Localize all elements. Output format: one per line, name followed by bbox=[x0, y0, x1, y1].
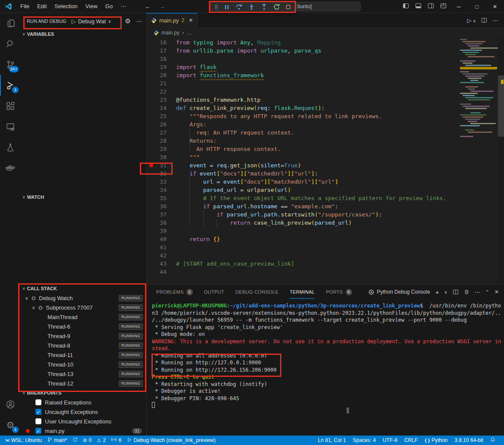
sidebar-item-docker[interactable] bbox=[0, 158, 21, 179]
breakpoint-gutter[interactable] bbox=[147, 169, 155, 178]
views-more-icon[interactable]: ⋯ bbox=[136, 18, 142, 25]
panel-tab-output[interactable]: OUTPUT bbox=[204, 285, 224, 299]
status-bell[interactable] bbox=[487, 436, 499, 445]
line-number[interactable]: 19 bbox=[155, 63, 167, 71]
breakpoint-gutter[interactable] bbox=[147, 251, 155, 260]
code-line[interactable]: 18 bbox=[147, 55, 504, 63]
sidebar-item-run-and-debug[interactable]: 1 bbox=[0, 75, 21, 96]
line-number[interactable]: 37 bbox=[155, 210, 167, 219]
call-stack-row[interactable]: Thread-10RUNNING bbox=[21, 360, 146, 369]
breadcrumb-tail[interactable]: … bbox=[186, 30, 192, 36]
breakpoint-gutter[interactable] bbox=[147, 219, 155, 227]
code-line[interactable]: 23@functions_framework.http bbox=[147, 96, 504, 104]
breakpoint-gutter[interactable] bbox=[147, 71, 155, 79]
line-number[interactable]: 27 bbox=[155, 128, 167, 137]
breakpoint-gutter[interactable] bbox=[147, 96, 155, 104]
panel-tab-terminal[interactable]: TERMINAL bbox=[290, 285, 315, 299]
code-line[interactable]: 22 bbox=[147, 88, 504, 96]
line-number[interactable]: 28 bbox=[155, 137, 167, 145]
breakpoint-gutter[interactable] bbox=[147, 243, 155, 251]
code-line[interactable]: 38 return case_link_preview(parsed_url) bbox=[147, 219, 504, 227]
sidebar-item-source-control[interactable]: 1K+ bbox=[0, 54, 21, 75]
call-stack-row[interactable]: Thread-6RUNNING bbox=[21, 322, 146, 331]
breakpoint-gutter[interactable] bbox=[147, 145, 155, 153]
forward-icon[interactable]: → bbox=[159, 3, 165, 10]
breakpoint-gutter[interactable] bbox=[147, 104, 155, 112]
tab-close-icon[interactable]: ✕ bbox=[189, 17, 193, 23]
status-debug[interactable]: Debug Watch (create_link_preview) bbox=[124, 436, 218, 445]
drag-handle-icon[interactable] bbox=[215, 4, 218, 9]
breakpoint-gutter[interactable] bbox=[147, 260, 155, 268]
line-number[interactable]: 39 bbox=[155, 227, 167, 235]
call-stack-row[interactable]: Thread-12RUNNING bbox=[21, 379, 146, 388]
editor-more-icon[interactable]: ⋯ bbox=[492, 17, 498, 24]
line-number[interactable]: 42 bbox=[155, 251, 167, 260]
split-terminal-icon[interactable] bbox=[453, 289, 459, 295]
breakpoint-checkbox[interactable] bbox=[35, 418, 41, 424]
minimize-icon[interactable]: ─ bbox=[450, 3, 468, 10]
line-number[interactable]: 22 bbox=[155, 88, 167, 96]
settings-button[interactable]: ⚙ 1 bbox=[0, 415, 21, 436]
breakpoint-gutter[interactable] bbox=[147, 38, 155, 47]
line-number[interactable]: 36 bbox=[155, 202, 167, 210]
section-variables[interactable]: ∨ VARIABLES bbox=[21, 29, 146, 39]
code-line[interactable]: 30 """ bbox=[147, 153, 504, 161]
step-into-icon[interactable] bbox=[248, 3, 255, 10]
status-error[interactable]: ⊘0 bbox=[80, 436, 94, 445]
menu-go[interactable]: Go bbox=[101, 0, 117, 13]
line-number[interactable]: 43 bbox=[155, 260, 167, 268]
status-remote[interactable]: ><WSL: Ubuntu bbox=[3, 436, 44, 445]
breadcrumb-file[interactable]: main.py bbox=[161, 30, 180, 36]
panel-tab-problems[interactable]: PROBLEMS2 bbox=[156, 285, 193, 299]
code-line[interactable]: 34 parsed_url = urlparse(url) bbox=[147, 186, 504, 194]
breakpoint-gutter[interactable] bbox=[147, 268, 155, 276]
section-watch[interactable]: ∨ WATCH bbox=[21, 192, 146, 202]
breakpoint-checkbox[interactable]: ✓ bbox=[35, 409, 41, 415]
breakpoint-gutter[interactable] bbox=[147, 47, 155, 55]
section-call-stack[interactable]: ∨ CALL STACK bbox=[21, 284, 146, 293]
code-line[interactable]: 39 bbox=[147, 227, 504, 235]
stop-icon[interactable] bbox=[285, 4, 291, 10]
code-line[interactable]: 20import functions_framework bbox=[147, 71, 504, 79]
code-line[interactable]: 44 bbox=[147, 268, 504, 276]
status-sync[interactable] bbox=[70, 436, 80, 445]
sidebar-item-testing[interactable] bbox=[0, 137, 21, 158]
breakpoint-gutter[interactable] bbox=[147, 186, 155, 194]
breakpoint-row[interactable]: Raised Exceptions bbox=[21, 398, 146, 407]
line-number[interactable]: 25 bbox=[155, 112, 167, 120]
toggle-panel-icon[interactable] bbox=[412, 3, 425, 10]
line-number[interactable]: 34 bbox=[155, 186, 167, 194]
call-stack-row[interactable]: Thread-13RUNNING bbox=[21, 369, 146, 379]
terminal-dropdown-icon[interactable]: ∨ bbox=[444, 290, 447, 295]
new-terminal-icon[interactable]: + bbox=[435, 288, 439, 296]
breakpoint-gutter[interactable] bbox=[147, 227, 155, 235]
sidebar-item-search[interactable] bbox=[0, 34, 21, 54]
line-number[interactable]: 23 bbox=[155, 96, 167, 104]
panel-more-icon[interactable]: ⋯ bbox=[475, 289, 480, 295]
breakpoint-gutter[interactable] bbox=[147, 210, 155, 219]
line-number[interactable]: 26 bbox=[155, 120, 167, 128]
code-line[interactable]: 17from urllib.parse import urlparse, par… bbox=[147, 47, 504, 55]
line-number[interactable]: 38 bbox=[155, 219, 167, 227]
breakpoint-gutter[interactable] bbox=[147, 235, 155, 243]
line-number[interactable]: 44 bbox=[155, 268, 167, 276]
code-line[interactable]: 31 event = req.get_json(silent=True) bbox=[147, 161, 504, 169]
code-line[interactable]: 26 Args: bbox=[147, 120, 504, 128]
breakpoint-gutter[interactable] bbox=[147, 88, 155, 96]
status-broadcast[interactable]: 6 bbox=[108, 436, 124, 445]
maximize-icon[interactable]: □ bbox=[468, 3, 486, 10]
debug-config-dropdown[interactable]: ▷ Debug Wat ∨ bbox=[72, 18, 111, 25]
line-number[interactable]: 30 bbox=[155, 153, 167, 161]
split-editor-icon[interactable] bbox=[481, 17, 487, 23]
breakpoint-gutter[interactable] bbox=[147, 153, 155, 161]
terminal-instance[interactable]: Python Debug Console bbox=[368, 289, 430, 295]
kill-terminal-icon[interactable] bbox=[464, 289, 469, 295]
status-3-8-10-64-bit[interactable]: 3.8.10 64-bit bbox=[451, 436, 487, 445]
breakpoint-checkbox[interactable] bbox=[35, 399, 41, 405]
code-line[interactable]: 24def create_link_preview(req: flask.Req… bbox=[147, 104, 504, 112]
accounts-button[interactable] bbox=[0, 394, 21, 415]
breakpoint-row[interactable]: User Uncaught Exceptions bbox=[21, 417, 146, 426]
code-line[interactable]: 32 if event["docs"]["matchedUrl"]["url"]… bbox=[147, 169, 504, 178]
section-breakpoints[interactable]: ∨ BREAKPOINTS bbox=[21, 388, 146, 398]
status-warning[interactable]: ⚠2 bbox=[94, 436, 109, 445]
